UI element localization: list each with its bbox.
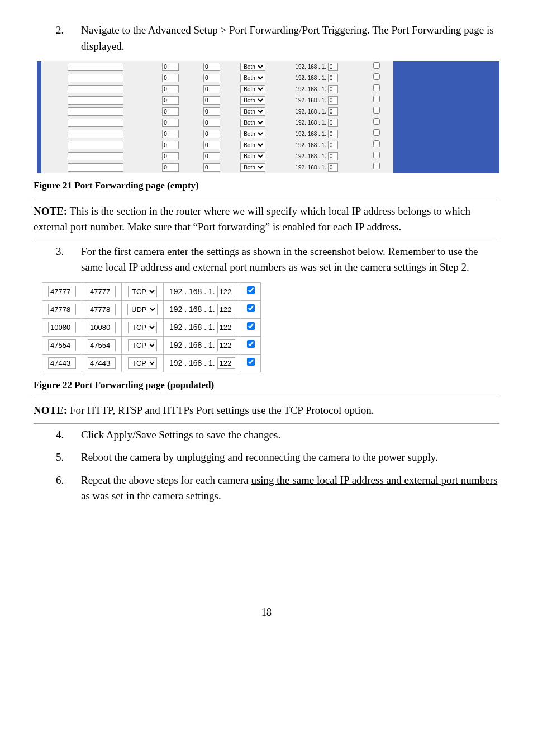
ip-octet-4-input[interactable]: [217, 322, 235, 333]
ip-octet-4-input[interactable]: [217, 304, 235, 315]
ip-octet-4-input[interactable]: [328, 85, 338, 93]
enable-checkbox[interactable]: [247, 286, 255, 294]
port-end-input[interactable]: [203, 107, 220, 116]
port-start-input[interactable]: [162, 130, 179, 138]
ip-octet-1: 192: [295, 131, 304, 137]
port-start-input[interactable]: [162, 107, 179, 116]
port-end-input[interactable]: [203, 96, 220, 105]
enable-checkbox[interactable]: [373, 152, 380, 158]
port-start-input[interactable]: [162, 85, 179, 93]
protocol-select[interactable]: Both: [240, 119, 265, 127]
ip-octet-4-input[interactable]: [328, 63, 338, 71]
protocol-select[interactable]: Both: [240, 130, 265, 138]
port-start-input[interactable]: [162, 163, 179, 172]
enable-checkbox[interactable]: [247, 340, 255, 348]
port-start-input[interactable]: [162, 63, 179, 71]
service-name-input[interactable]: [68, 74, 123, 82]
port-end-input[interactable]: [203, 163, 220, 172]
ip-octet-1: 192: [295, 75, 304, 81]
enable-checkbox[interactable]: [373, 118, 380, 125]
ip-octet-3: 1: [208, 287, 213, 296]
port-end-input[interactable]: [203, 85, 220, 93]
protocol-select[interactable]: TCP: [128, 286, 157, 297]
service-name-input[interactable]: [68, 130, 123, 138]
ip-octet-4-input[interactable]: [328, 119, 338, 127]
enable-checkbox[interactable]: [373, 84, 380, 91]
enable-checkbox[interactable]: [373, 73, 380, 80]
port-end-input[interactable]: [88, 304, 116, 315]
step-4-number: 4.: [34, 427, 81, 443]
protocol-select[interactable]: Both: [240, 85, 265, 93]
ip-octet-4-input[interactable]: [328, 141, 338, 149]
ip-octet-4-input[interactable]: [328, 152, 338, 160]
ip-octet-4-input[interactable]: [328, 74, 338, 82]
port-start-input[interactable]: [48, 339, 76, 351]
port-start-input[interactable]: [48, 286, 76, 297]
port-start-input[interactable]: [162, 74, 179, 82]
step-6-number: 6.: [34, 472, 81, 504]
port-end-input[interactable]: [203, 130, 220, 138]
protocol-select[interactable]: Both: [240, 107, 265, 116]
port-start-input[interactable]: [48, 322, 76, 333]
ip-octet-4-input[interactable]: [328, 163, 338, 172]
port-end-input[interactable]: [203, 63, 220, 71]
service-name-input[interactable]: [68, 152, 123, 160]
enable-checkbox[interactable]: [373, 129, 380, 136]
port-start-input[interactable]: [48, 357, 76, 369]
service-name-input[interactable]: [68, 85, 123, 93]
enable-checkbox[interactable]: [373, 107, 380, 114]
port-end-input[interactable]: [88, 339, 116, 351]
ip-octet-4-input[interactable]: [328, 107, 338, 116]
protocol-select[interactable]: Both: [240, 74, 265, 82]
port-end-input[interactable]: [88, 357, 116, 369]
enable-checkbox[interactable]: [247, 322, 255, 330]
port-start-input[interactable]: [162, 141, 179, 149]
ip-octet-3: 1: [208, 358, 213, 367]
service-name-input[interactable]: [68, 141, 123, 149]
enable-checkbox[interactable]: [247, 304, 255, 312]
protocol-select[interactable]: Both: [240, 163, 265, 172]
ip-octet-4-input[interactable]: [328, 130, 338, 138]
service-name-input[interactable]: [68, 107, 123, 116]
protocol-select[interactable]: UDP: [127, 304, 158, 315]
port-end-input[interactable]: [88, 322, 116, 333]
protocol-select[interactable]: TCP: [128, 322, 157, 333]
ip-octet-3: 1: [322, 153, 325, 159]
figure-21: Both192. 168 . 1. Both192. 168 . 1. Both…: [37, 61, 499, 173]
ip-octet-1: 192: [295, 120, 304, 126]
port-start-input[interactable]: [162, 96, 179, 105]
ip-octet-4-input[interactable]: [217, 286, 235, 297]
protocol-select[interactable]: Both: [240, 96, 265, 105]
protocol-select[interactable]: Both: [240, 63, 265, 71]
port-end-input[interactable]: [88, 286, 116, 297]
ip-address-cell: 192. 168 . 1.: [274, 106, 360, 117]
service-name-input[interactable]: [68, 163, 123, 172]
ip-octet-4-input[interactable]: [217, 357, 235, 369]
protocol-select[interactable]: Both: [240, 141, 265, 149]
port-end-input[interactable]: [203, 152, 220, 160]
enable-checkbox[interactable]: [373, 62, 380, 69]
port-start-input[interactable]: [48, 304, 76, 315]
enable-checkbox[interactable]: [373, 163, 380, 169]
port-end-input[interactable]: [203, 141, 220, 149]
port-end-input[interactable]: [203, 74, 220, 82]
ip-octet-2: 168: [308, 142, 317, 148]
step-2: 2. Navigate to the Advanced Setup > Port…: [34, 22, 499, 54]
port-forwarding-populated-table: TCP192 . 168 . 1. UDP192 . 168 . 1. TCP1…: [42, 282, 261, 372]
ip-octet-4-input[interactable]: [217, 339, 235, 351]
service-name-input[interactable]: [68, 96, 123, 105]
service-name-input[interactable]: [68, 63, 123, 71]
enable-checkbox[interactable]: [373, 140, 380, 147]
enable-checkbox[interactable]: [373, 96, 380, 102]
protocol-select[interactable]: TCP: [128, 339, 157, 351]
step-2-number: 2.: [34, 22, 81, 54]
protocol-select[interactable]: TCP: [128, 357, 157, 369]
port-start-input[interactable]: [162, 152, 179, 160]
enable-checkbox[interactable]: [247, 358, 255, 366]
ip-octet-4-input[interactable]: [328, 96, 338, 105]
protocol-select[interactable]: Both: [240, 152, 265, 160]
service-name-input[interactable]: [68, 119, 123, 127]
port-start-input[interactable]: [162, 119, 179, 127]
table-row: Both192. 168 . 1.: [41, 117, 393, 128]
port-end-input[interactable]: [203, 119, 220, 127]
